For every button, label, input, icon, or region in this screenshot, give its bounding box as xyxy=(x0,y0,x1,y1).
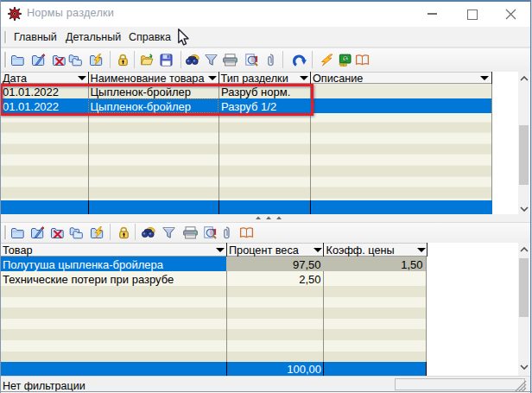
svg-text:$: $ xyxy=(344,55,347,62)
